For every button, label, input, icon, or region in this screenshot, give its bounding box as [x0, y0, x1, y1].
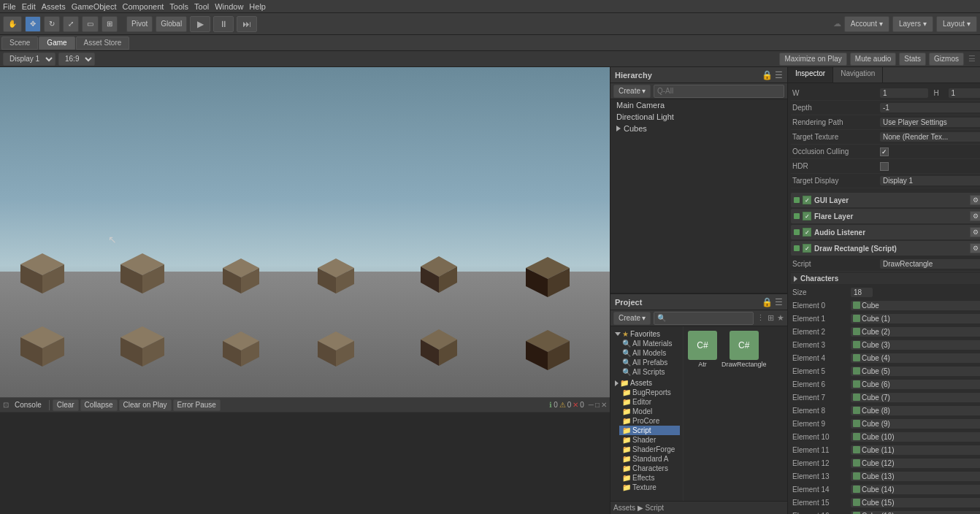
audio-listener-settings-icon[interactable]: ⚙ [970, 227, 980, 237]
menu-tool[interactable]: Tool [194, 2, 209, 11]
transform-tool[interactable]: ⊞ [102, 16, 118, 32]
element-8-value[interactable]: Cube (8) ⊙ [851, 406, 980, 415]
menu-edit[interactable]: Edit [22, 2, 36, 11]
element-3-value[interactable]: Cube (3) ⊙ [851, 340, 980, 350]
folder-shaderforge[interactable]: 📁 ShaderForge [619, 445, 680, 454]
mute-audio-btn[interactable]: Mute audio [850, 53, 896, 66]
hierarchy-menu-icon[interactable]: ☰ [775, 70, 783, 80]
console-clear-btn[interactable]: Clear [53, 399, 79, 411]
target-texture-value[interactable]: None (Render Tex... ▾ [880, 132, 980, 142]
pause-button[interactable]: ⏸ [213, 16, 234, 32]
tab-navigation[interactable]: Navigation [833, 67, 883, 83]
file-drawrectangle[interactable]: C# DrawRectangle [720, 329, 768, 369]
layout-dropdown[interactable]: Layout▾ [936, 16, 977, 32]
folder-shader[interactable]: 📁 Shader [619, 435, 680, 445]
tab-scene[interactable]: Scene [1, 37, 38, 50]
audio-listener-component[interactable]: Audio Listener ⚙ ☰ [791, 225, 980, 239]
tab-game[interactable]: Game [39, 37, 74, 50]
flare-layer-settings-icon[interactable]: ⚙ [970, 211, 980, 221]
pivot-button[interactable]: Pivot [126, 16, 153, 32]
folder-standard[interactable]: 📁 Standard A [619, 454, 680, 464]
audio-listener-checkbox[interactable] [803, 228, 811, 237]
project-lock-icon[interactable]: 🔒 [762, 297, 773, 307]
element-13-value[interactable]: Cube (13) ⊙ [851, 472, 980, 481]
draw-rect-settings-icon[interactable]: ⚙ [970, 243, 980, 253]
element-14-value[interactable]: Cube (14) ⊙ [851, 485, 980, 494]
element-15-value[interactable]: Cube (15) ⊙ [851, 498, 980, 507]
menu-component[interactable]: Component [122, 2, 164, 11]
play-button[interactable]: ▶ [190, 16, 210, 32]
gizmos-btn[interactable]: Gizmos [929, 53, 964, 66]
occlusion-culling-checkbox[interactable] [880, 147, 889, 156]
maximize-on-play-btn[interactable]: Maximize on Play [779, 53, 846, 66]
layers-dropdown[interactable]: Layers▾ [892, 16, 933, 32]
element-4-value[interactable]: Cube (4) ⊙ [851, 353, 980, 363]
element-6-value[interactable]: Cube (6) ⊙ [851, 380, 980, 389]
folder-model[interactable]: 📁 Model [619, 407, 680, 416]
gui-layer-settings-icon[interactable]: ⚙ [970, 195, 980, 205]
element-0-value[interactable]: Cube ⊙ [851, 301, 980, 310]
element-2-value[interactable]: Cube (2) ⊙ [851, 327, 980, 337]
folder-script[interactable]: 📁 Script [619, 426, 680, 435]
hierarchy-search-input[interactable] [654, 85, 784, 98]
element-12-value[interactable]: Cube (12) ⊙ [851, 459, 980, 468]
project-search-options-icon[interactable]: ⋮ [757, 313, 765, 323]
move-tool[interactable]: ✥ [25, 16, 41, 32]
hierarchy-item-cubes[interactable]: Cubes [610, 123, 787, 134]
target-display-value[interactable]: Display 1 ▾ [880, 176, 980, 185]
element-10-value[interactable]: Cube (10) ⊙ [851, 432, 980, 442]
flare-layer-checkbox[interactable] [803, 212, 811, 220]
fav-all-prefabs[interactable]: 🔍 All Prefabs [613, 358, 680, 367]
console-maximize-icon[interactable]: □ [595, 401, 600, 409]
gui-layer-checkbox[interactable] [803, 196, 811, 204]
menu-window[interactable]: Window [215, 2, 243, 11]
console-collapse-btn[interactable]: Collapse [80, 399, 118, 411]
menu-file[interactable]: File [3, 2, 16, 11]
element-11-value[interactable]: Cube (11) ⊙ [851, 445, 980, 455]
global-button[interactable]: Global [156, 16, 187, 32]
folder-bug-reports[interactable]: 📁 BugReports [619, 388, 680, 397]
fav-all-materials[interactable]: 🔍 All Materials [613, 339, 680, 348]
gui-layer-component[interactable]: GUI Layer ⚙ ☰ [791, 193, 980, 207]
flare-layer-component[interactable]: Flare Layer ⚙ ☰ [791, 209, 980, 223]
menu-gameobject[interactable]: GameObject [72, 2, 117, 11]
console-minimize-icon[interactable]: ─ [589, 401, 594, 409]
hdr-checkbox[interactable] [880, 162, 889, 171]
hierarchy-item-light[interactable]: Directional Light [610, 111, 787, 123]
game-options-icon[interactable]: ☰ [967, 54, 977, 64]
rect-tool[interactable]: ▭ [82, 16, 99, 32]
console-close-icon[interactable]: ✕ [601, 401, 607, 409]
fav-all-models[interactable]: 🔍 All Models [613, 348, 680, 358]
favorites-group[interactable]: ★ Favorites [613, 329, 680, 339]
project-search-input[interactable] [654, 312, 754, 325]
element-7-value[interactable]: Cube (7) ⊙ [851, 393, 980, 402]
hierarchy-create-btn[interactable]: Create▾ [613, 85, 651, 98]
console-error-pause-btn[interactable]: Error Pause [173, 399, 221, 411]
element-9-value[interactable]: Cube (9) ⊙ [851, 419, 980, 429]
assets-group[interactable]: 📁 Assets [613, 378, 680, 388]
draw-rect-checkbox[interactable] [803, 244, 811, 253]
characters-section-header[interactable]: Characters [791, 273, 980, 284]
element-5-value[interactable]: Cube (5) ⊙ [851, 367, 980, 376]
hierarchy-item-camera[interactable]: Main Camera [610, 99, 787, 111]
cloud-icon[interactable]: ☁ [833, 19, 841, 28]
hand-tool[interactable]: ✋ [3, 16, 22, 32]
project-star-icon[interactable]: ★ [777, 313, 784, 323]
file-atr[interactable]: C# Atr [686, 329, 719, 369]
hierarchy-lock-icon[interactable]: 🔒 [762, 70, 773, 80]
folder-characters[interactable]: 📁 Characters [619, 464, 680, 473]
rotate-tool[interactable]: ↻ [44, 16, 60, 32]
element-1-value[interactable]: Cube (1) ⊙ [851, 314, 980, 323]
console-clear-on-play-btn[interactable]: Clear on Play [119, 399, 172, 411]
rendering-path-value[interactable]: Use Player Settings ▾ [880, 118, 980, 127]
tab-asset-store[interactable]: Asset Store [76, 37, 130, 50]
project-create-btn[interactable]: Create▾ [613, 312, 651, 325]
scale-tool[interactable]: ⤢ [63, 16, 79, 32]
project-menu-icon[interactable]: ☰ [775, 297, 783, 307]
element-16-value[interactable]: Cube (16) ⊙ [851, 511, 980, 515]
menu-tools[interactable]: Tools [169, 2, 188, 11]
menu-help[interactable]: Help [249, 2, 266, 11]
account-dropdown[interactable]: Account▾ [844, 16, 889, 32]
script-value[interactable]: DrawRectangle [880, 259, 980, 269]
project-grid-icon[interactable]: ⊞ [767, 313, 774, 323]
